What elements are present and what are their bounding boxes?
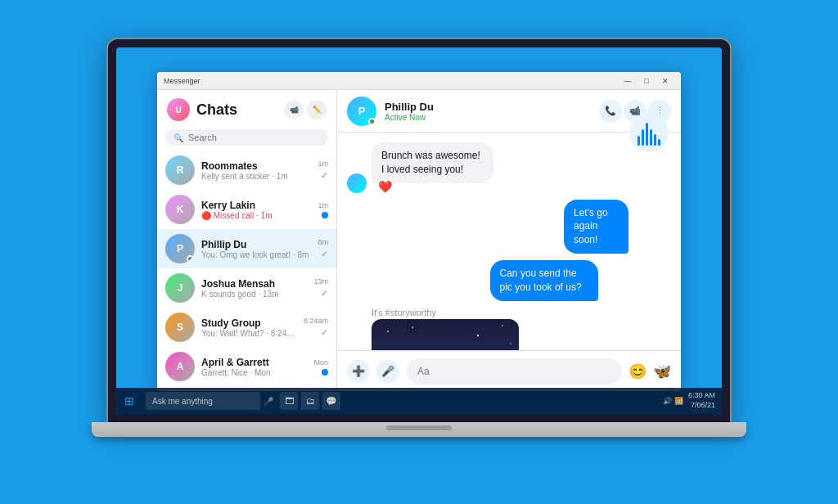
maximize-button[interactable]: □ — [638, 74, 656, 88]
active-contact-name: Phillip Du — [385, 101, 591, 113]
chat-preview: K sounds good · 13m — [201, 290, 307, 299]
taskbar-icon-2[interactable]: 🗂 — [301, 392, 319, 410]
window-controls: — □ ✕ — [619, 74, 674, 88]
sidebar-actions: 📹 ✏️ — [284, 100, 327, 119]
message-row: Brunch was awesome! I loved seeing you! … — [347, 142, 671, 193]
chat-info: Joshua Mensah K sounds good · 13m — [201, 278, 307, 299]
svg-point-15 — [502, 325, 503, 326]
chat-status: ✓ — [321, 327, 328, 338]
chat-list-item[interactable]: S Study Group You: Wait! What? · 8:24am … — [157, 308, 336, 347]
chat-meta: 8:24am ✓ — [304, 317, 328, 338]
chat-name: Kerry Lakin — [201, 200, 311, 211]
chat-time: 8:24am — [304, 317, 328, 325]
message-bubble: Let's go again soon! — [564, 200, 628, 254]
chat-time: 1m — [318, 160, 328, 168]
taskbar-icon-1[interactable]: 🗔 — [280, 392, 298, 410]
user-avatar[interactable]: U — [167, 98, 190, 121]
search-input[interactable] — [188, 133, 320, 142]
chat-sidebar: U Chats 📹 ✏️ 🔍 R — [157, 90, 337, 391]
start-button[interactable]: ⊞ — [116, 388, 142, 414]
chat-time: 13m — [313, 277, 328, 286]
active-contact-status: Active Now — [385, 113, 591, 122]
chat-list-item[interactable]: K Kerry Lakin 🔴 Missed call · 1m 1m — [157, 190, 336, 229]
phone-button[interactable]: 📞 — [599, 100, 622, 123]
chat-info: Phillip Du You: Omg we look great! · 8m — [201, 239, 311, 259]
taskbar-search[interactable]: Ask me anything — [146, 392, 260, 410]
laptop: Messenger — □ ✕ U Chats 📹 — [100, 39, 738, 465]
message-with-image: It's #storyworthy — [372, 308, 519, 350]
message-row: Let's go again soon! — [347, 200, 671, 254]
chat-meta: 1m ✓ — [318, 160, 328, 181]
wave-bar-3 — [646, 123, 648, 146]
active-contact-info: Phillip Du Active Now — [385, 101, 591, 122]
chat-info: Roommates Kelly sent a sticker · 1m — [201, 160, 311, 181]
search-icon: 🔍 — [173, 133, 183, 142]
message-bubble-wrap: Let's go again soon! — [564, 200, 671, 254]
taskbar-icon-3[interactable]: 💬 — [322, 392, 340, 410]
taskbar-mic-icon: 🎤 — [264, 397, 273, 406]
chat-status: ✓ — [321, 249, 328, 259]
chat-avatar: R — [165, 155, 195, 185]
wave-bar-2 — [642, 129, 644, 146]
taskbar-search-label: Ask me anything — [152, 397, 213, 406]
taskbar-sys-icons: 🔊 📶 — [663, 397, 683, 405]
chat-name: Study Group — [201, 317, 297, 329]
chat-avatar: K — [165, 195, 195, 224]
message-bubble-wrap: Can you send the pic you took of us? — [490, 260, 671, 301]
chat-list-item[interactable]: A April & Garrett Garrett: Nice · Mon Mo… — [157, 347, 336, 386]
chat-input-area: ➕ 🎤 😊 🦋 — [337, 350, 681, 391]
chat-list-item[interactable]: J Joshua Mensah K sounds good · 13m 13m … — [157, 268, 336, 308]
online-indicator — [368, 118, 376, 125]
sticker-button[interactable]: 🦋 — [653, 362, 671, 380]
window-title: Messenger — [164, 77, 619, 85]
chat-info: Study Group You: Wait! What? · 8:24am — [201, 317, 297, 338]
chat-avatar: S — [165, 313, 195, 342]
sidebar-header: U Chats 📹 ✏️ — [157, 90, 336, 126]
taskbar-pinned-icons: 🗔 🗂 💬 — [280, 392, 340, 410]
voice-wave-decoration — [629, 113, 669, 152]
message-text-label: It's #storyworthy — [372, 308, 519, 317]
chat-preview: 🔴 Missed call · 1m — [201, 211, 311, 220]
chat-main: P Phillip Du Active Now 📞 📹 ⋮ — [337, 90, 681, 391]
chat-preview: You: Omg we look great! · 8m — [201, 250, 311, 259]
chat-avatar: J — [165, 273, 195, 303]
svg-point-14 — [477, 334, 479, 335]
screen-content: Messenger — □ ✕ U Chats 📹 — [116, 47, 722, 414]
chat-time: Mon — [313, 358, 328, 367]
chat-preview: You: Wait! What? · 8:24am — [201, 329, 297, 338]
chat-list-item[interactable]: P Phillip Du You: Omg we look great! · 8… — [157, 229, 336, 268]
svg-point-12 — [387, 331, 389, 332]
chat-status: ✓ — [321, 170, 328, 181]
message-reaction: ❤️ — [378, 180, 574, 193]
message-bubble-wrap: Brunch was awesome! I loved seeing you! … — [372, 142, 574, 193]
unread-badge — [322, 369, 328, 376]
chat-name: April & Garrett — [201, 357, 307, 368]
chat-meta: Mon — [313, 358, 328, 376]
chat-info: Kerry Lakin 🔴 Missed call · 1m — [201, 200, 311, 220]
laptop-base — [92, 422, 746, 437]
active-contact-avatar: P — [347, 97, 376, 126]
chat-name: Phillip Du — [201, 239, 311, 250]
video-call-button[interactable]: 📹 — [284, 100, 304, 119]
search-bar: 🔍 — [165, 129, 328, 146]
minimize-button[interactable]: — — [619, 74, 637, 88]
message-input[interactable] — [406, 358, 622, 385]
unread-badge — [322, 212, 328, 218]
new-message-button[interactable]: ✏️ — [307, 100, 327, 119]
wave-bar-6 — [658, 139, 660, 146]
chat-list-item[interactable]: R Roommates Kelly sent a sticker · 1m 1m… — [157, 151, 336, 190]
close-button[interactable]: ✕ — [656, 74, 674, 88]
window-body: U Chats 📹 ✏️ 🔍 R — [157, 90, 681, 391]
chat-meta: 1m — [318, 201, 328, 218]
sidebar-title: Chats — [196, 101, 277, 119]
online-dot — [187, 255, 194, 263]
voice-message-button[interactable]: 🎤 — [376, 360, 399, 383]
emoji-button[interactable]: 😊 — [628, 362, 647, 380]
messenger-window: Messenger — □ ✕ U Chats 📹 — [157, 72, 681, 391]
chat-avatar: P — [165, 234, 195, 263]
chat-preview: Kelly sent a sticker · 1m — [201, 172, 311, 181]
chat-name: Joshua Mensah — [201, 278, 307, 290]
add-attachment-button[interactable]: ➕ — [347, 360, 370, 383]
svg-rect-0 — [372, 319, 519, 350]
taskbar-time-display: 6:30 AM — [688, 391, 715, 401]
